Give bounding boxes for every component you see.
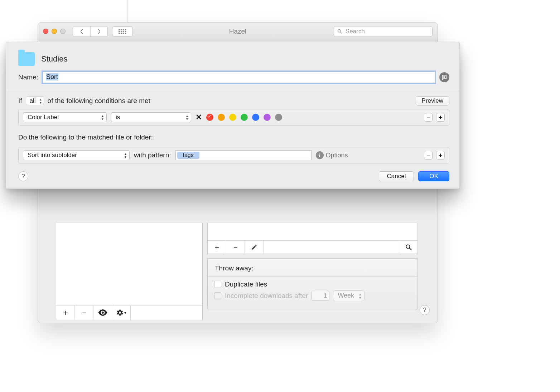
svg-rect-11 [125,33,126,34]
incomplete-downloads-row: Incomplete downloads after 1 Week ▴▾ [214,290,411,301]
actions-heading: Do the following to the matched file or … [6,127,459,141]
back-button[interactable] [73,26,90,36]
svg-rect-5 [121,31,122,32]
condition-row: Color Label ▴▾ is ▴▾ ✕ − + [18,109,449,126]
remove-condition-button[interactable]: − [424,113,433,122]
color-orange[interactable] [218,114,225,121]
preview-button[interactable] [93,305,112,320]
chevron-down-icon: ▾ [124,310,126,315]
remove-action-button[interactable]: − [424,151,433,160]
rules-toolbar: ＋ － [208,241,417,254]
ok-button[interactable]: OK [418,171,449,181]
if-scope-value: all [30,97,36,104]
folder-title: Studies [41,54,67,64]
remove-folder-button[interactable]: － [75,305,93,320]
folders-list[interactable] [56,223,203,305]
chevron-updown-icon: ▴▾ [186,114,188,121]
help-button[interactable]: ? [420,305,430,315]
duplicate-files-checkbox[interactable] [214,281,221,288]
minimize-window-button[interactable] [52,29,57,34]
cancel-button[interactable]: Cancel [379,171,414,181]
if-suffix-label: of the following conditions are met [48,97,150,105]
svg-rect-1 [121,29,122,30]
rules-search-button[interactable] [399,241,417,254]
chevron-updown-icon: ▴▾ [125,152,126,158]
rules-toolbar-spacer [264,241,399,254]
throw-away-panel: Throw away: Duplicate files Incomplete d… [207,258,418,310]
background-divider [127,0,127,25]
name-label: Name: [18,73,38,81]
titlebar: Hazel [38,23,438,40]
add-action-button[interactable]: + [436,151,445,160]
nav-segment [73,26,108,37]
add-rule-button[interactable]: ＋ [208,241,226,254]
rule-name-row: Name: Sort [6,69,459,91]
folders-toolbar-spacer [131,305,202,320]
search-field[interactable] [334,26,433,37]
window-controls [43,29,66,34]
folder-actions-menu[interactable]: ▾ [112,305,131,320]
folder-icon [18,52,35,66]
zoom-window-button[interactable] [60,29,66,34]
search-icon [337,29,343,34]
actions-section: Sort into subfolder ▴▾ with pattern: tag… [6,141,459,165]
rules-list[interactable] [208,223,417,241]
sheet-header: Studies [6,42,459,69]
folders-toolbar: ＋ － ▾ [56,305,203,320]
pattern-field[interactable]: tags [175,150,312,160]
forward-button[interactable] [90,26,107,36]
chevron-updown-icon: ▴▾ [40,98,42,104]
action-row: Sort into subfolder ▴▾ with pattern: tag… [18,147,449,163]
incomplete-downloads-value[interactable]: 1 [312,291,329,301]
condition-operator-value: is [116,114,120,121]
rules-list-panel: ＋ － [207,223,418,254]
if-scope-select[interactable]: all ▴▾ [26,97,44,105]
pattern-token-tags[interactable]: tags [177,152,199,159]
condition-attribute-value: Color Label [28,114,59,121]
color-none-icon[interactable]: ✕ [195,113,202,122]
duplicate-files-row: Duplicate files [214,280,411,288]
sheet-help-button[interactable]: ? [18,171,28,181]
svg-rect-8 [119,33,120,34]
preview-button[interactable]: Preview [416,96,449,106]
color-green[interactable] [241,114,248,121]
notes-button[interactable] [439,72,449,82]
add-folder-button[interactable]: ＋ [56,305,75,320]
svg-rect-7 [125,31,126,32]
color-yellow[interactable] [229,114,236,121]
close-window-button[interactable] [43,29,48,34]
action-verb-select[interactable]: Sort into subfolder ▴▾ [23,150,130,160]
conditions-section: If all ▴▾ of the following conditions ar… [6,91,459,127]
svg-point-12 [102,312,104,314]
rule-name-input[interactable]: Sort [43,72,435,83]
add-condition-button[interactable]: + [436,113,445,122]
if-label: If [18,97,22,105]
action-options-button[interactable]: i Options [316,151,348,159]
sheet-footer: ? Cancel OK [6,165,459,183]
color-red[interactable] [206,114,213,121]
condition-attribute-select[interactable]: Color Label ▴▾ [23,112,107,122]
remove-rule-button[interactable]: － [226,241,245,254]
svg-rect-2 [123,29,124,30]
search-input[interactable] [345,28,429,35]
svg-rect-9 [121,33,122,34]
pattern-label: with pattern: [134,151,171,159]
action-verb-value: Sort into subfolder [28,152,77,158]
color-purple[interactable] [264,114,271,121]
incomplete-downloads-checkbox[interactable] [214,292,221,299]
condition-operator-select[interactable]: is ▴▾ [111,112,191,122]
throw-away-heading: Throw away: [215,264,411,272]
chevron-updown-icon: ▴▾ [359,292,361,299]
info-icon: i [316,151,324,159]
color-blue[interactable] [252,114,259,121]
color-gray[interactable] [275,114,282,121]
if-row: If all ▴▾ of the following conditions ar… [18,96,449,106]
action-options-label: Options [326,152,348,159]
svg-line-14 [409,248,411,250]
grid-view-button[interactable] [112,26,133,36]
edit-rule-button[interactable] [245,241,264,254]
incomplete-downloads-unit-select[interactable]: Week ▴▾ [333,290,365,301]
rule-editor-sheet: Studies Name: Sort If all ▴▾ of the foll… [6,42,460,189]
svg-rect-0 [119,29,120,30]
rule-name-value: Sort [46,73,58,80]
